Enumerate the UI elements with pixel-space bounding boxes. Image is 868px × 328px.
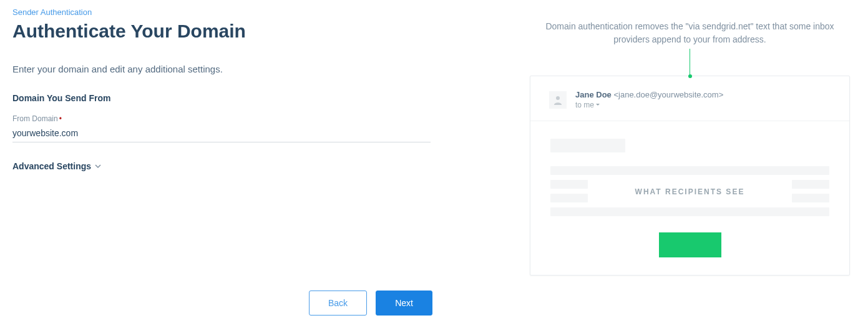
skeleton-line xyxy=(550,166,829,175)
email-preview-card: Jane Doe <jane.doe@yourwebsite.com> to m… xyxy=(530,76,850,276)
sender-name: Jane Doe xyxy=(575,90,612,99)
instruction-text: Enter your domain and edit any additiona… xyxy=(12,64,449,74)
sender-email: <jane.doe@yourwebsite.com> xyxy=(613,90,723,99)
from-domain-input[interactable] xyxy=(12,126,431,142)
sender-line: Jane Doe <jane.doe@yourwebsite.com> xyxy=(575,90,723,99)
pointer-line xyxy=(690,49,690,76)
page-title: Authenticate Your Domain xyxy=(12,21,449,42)
required-indicator: • xyxy=(59,114,62,123)
skeleton-line xyxy=(550,207,829,216)
skeleton-line xyxy=(550,139,625,152)
advanced-settings-toggle[interactable]: Advanced Settings xyxy=(12,161,449,171)
from-domain-label: From Domain• xyxy=(12,114,449,123)
pointer-dot xyxy=(688,74,692,78)
overlay-label: WHAT RECIPIENTS SEE xyxy=(530,187,849,196)
avatar-icon xyxy=(549,91,567,109)
dropdown-caret-icon xyxy=(595,102,600,107)
section-title: Domain You Send From xyxy=(12,93,449,103)
email-header: Jane Doe <jane.doe@yourwebsite.com> to m… xyxy=(530,76,849,121)
chevron-down-icon xyxy=(95,163,101,169)
info-text: Domain authentication removes the "via s… xyxy=(531,20,849,46)
to-line: to me xyxy=(575,101,723,109)
breadcrumb[interactable]: Sender Authentication xyxy=(12,7,449,17)
svg-point-0 xyxy=(556,96,560,100)
back-button[interactable]: Back xyxy=(309,291,367,316)
preview-cta-button xyxy=(659,232,721,257)
next-button[interactable]: Next xyxy=(376,291,432,316)
email-body-preview: WHAT RECIPIENTS SEE xyxy=(530,121,849,275)
